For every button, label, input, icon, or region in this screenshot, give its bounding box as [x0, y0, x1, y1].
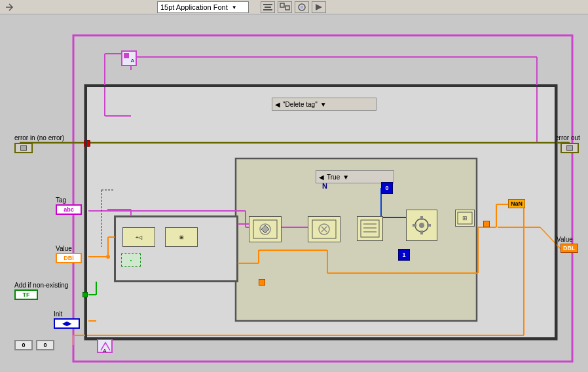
- orange-terminal-bottom: [259, 279, 265, 286]
- true-label: True: [327, 174, 340, 181]
- svg-rect-59: [427, 224, 431, 227]
- svg-rect-1: [265, 7, 271, 8]
- case-label-delete-tag[interactable]: ◀ "Delete tag" ▼: [272, 98, 377, 111]
- inner-sub-frame: +◁ ⊞ ▪: [115, 216, 238, 282]
- tag-control[interactable]: abc: [56, 204, 82, 215]
- canvas: A A ◀ "Delete tag" ▼ error in (no error)…: [0, 14, 588, 372]
- nan-label: NaN: [511, 200, 523, 207]
- zero-ctrl-2: 0: [43, 342, 46, 348]
- svg-rect-58: [413, 224, 416, 227]
- init-label: Init: [54, 310, 62, 318]
- svg-rect-2: [263, 9, 272, 10]
- zero-control-1[interactable]: 0: [14, 340, 33, 350]
- svg-point-49: [106, 255, 110, 259]
- one-indicator: 1: [398, 249, 410, 261]
- svg-rect-7: [85, 85, 557, 339]
- bundle-block[interactable]: [357, 216, 383, 241]
- svg-rect-56: [420, 216, 423, 220]
- value-out-label: Value: [557, 236, 573, 243]
- svg-rect-57: [420, 231, 423, 234]
- pink-connector-bottom: A: [97, 339, 113, 353]
- svg-text:A: A: [103, 348, 107, 353]
- svg-rect-6: [73, 35, 572, 362]
- small-block-right[interactable]: ⊞: [455, 210, 475, 227]
- error-in-label: error in (no error): [14, 134, 64, 141]
- error-in-terminal: [14, 143, 33, 153]
- function-block-1[interactable]: [308, 216, 340, 242]
- tag-ctrl-label: abc: [64, 206, 74, 213]
- zero-indicator: 0: [381, 182, 393, 194]
- init-ctrl-label: ◀▶: [62, 320, 71, 327]
- svg-rect-3: [280, 3, 284, 7]
- value-control[interactable]: DBl: [56, 253, 82, 263]
- orange-terminal-1: [483, 221, 490, 227]
- wires-svg: [0, 14, 588, 372]
- zero-label: 0: [385, 185, 388, 191]
- tag-label: Tag: [56, 196, 66, 204]
- error-out-terminal: [560, 143, 579, 153]
- align-icon[interactable]: [261, 1, 275, 13]
- bool-control[interactable]: TF: [14, 289, 38, 300]
- svg-rect-0: [263, 4, 272, 5]
- toolbar: 15pt Application Font: [0, 0, 588, 14]
- zero-control-2[interactable]: 0: [36, 340, 54, 350]
- svg-rect-66: [361, 220, 379, 237]
- one-label: 1: [402, 251, 405, 258]
- delete-tag-label: "Delete tag": [283, 101, 318, 108]
- main-frame: [85, 85, 557, 339]
- svg-text:⊞: ⊞: [462, 215, 468, 221]
- nan-badge: NaN: [508, 199, 525, 208]
- pink-connector-top: A: [121, 50, 137, 66]
- function-block-2[interactable]: [249, 216, 282, 242]
- value-out-badge-label: DBL: [563, 245, 576, 251]
- svg-point-55: [419, 223, 424, 228]
- svg-rect-4: [285, 6, 289, 10]
- init-control[interactable]: ◀▶: [54, 318, 80, 329]
- zero-ctrl-1: 0: [22, 342, 25, 348]
- error-out-label: error out: [555, 134, 580, 141]
- toolbar-arrow-icon[interactable]: [3, 1, 16, 14]
- font-dropdown[interactable]: 15pt Application Font: [157, 1, 249, 13]
- distribute-icon[interactable]: [278, 1, 292, 13]
- function-block-gear[interactable]: [406, 210, 437, 241]
- bool-ctrl-label: TF: [23, 291, 30, 298]
- value-out-badge: DBL: [560, 244, 578, 253]
- value-label: Value: [56, 245, 72, 252]
- run-icon[interactable]: [312, 1, 326, 13]
- true-case-label[interactable]: ◀ True ▼: [316, 170, 394, 183]
- error-indicator: [84, 140, 90, 147]
- font-dropdown-label: 15pt Application Font: [160, 3, 228, 11]
- green-terminal-frame: [83, 292, 88, 297]
- value-ctrl-label: DBl: [64, 255, 74, 261]
- reorder-icon[interactable]: [295, 1, 309, 13]
- add-if-label: Add if non-existing: [14, 282, 68, 289]
- n-label: N: [322, 182, 327, 190]
